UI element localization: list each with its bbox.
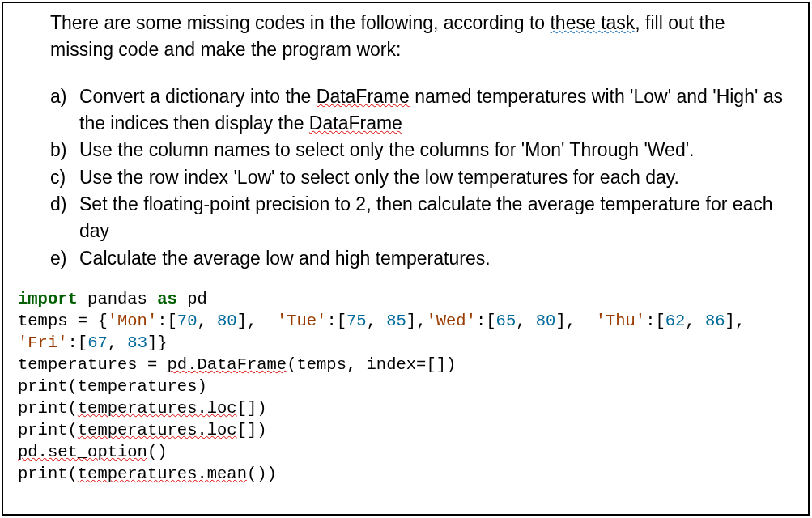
- n85: 85: [386, 312, 406, 330]
- n67: 67: [87, 333, 108, 352]
- code-temps-assign: temps = {: [18, 312, 108, 330]
- task-content-d: Set the floating-point precision to 2, t…: [79, 191, 792, 245]
- c3: ,: [516, 312, 536, 330]
- t2: :[: [326, 312, 346, 330]
- c1: ,: [197, 312, 217, 330]
- task-item-a: a) Convert a dictionary into the DataFra…: [50, 83, 792, 138]
- code-brackets2: []): [237, 421, 267, 439]
- n70: 70: [177, 312, 198, 330]
- n75: 75: [346, 312, 367, 330]
- code-close1: ): [197, 377, 206, 396]
- n80: 80: [217, 312, 237, 330]
- code-open-temps-index: (temps, index=[]): [287, 355, 456, 374]
- cb: ]}: [147, 333, 168, 352]
- n86: 86: [705, 312, 725, 330]
- c2: ,: [367, 312, 387, 330]
- str-mon: 'Mon': [108, 312, 158, 330]
- task-content-b: Use the column names to select only the …: [79, 137, 792, 163]
- str-fri: 'Fri': [18, 333, 68, 352]
- task-content-a: Convert a dictionary into the DataFrame …: [79, 83, 792, 138]
- str-thu: 'Thu': [596, 312, 646, 330]
- code-pandas: pandas: [78, 290, 157, 308]
- task-marker-b: b): [50, 137, 79, 163]
- cc2: ],: [406, 312, 427, 330]
- code-pd: pd: [177, 290, 207, 308]
- sq-temperatures-loc1: temperatures.loc: [78, 399, 237, 418]
- kw-import: import: [18, 290, 78, 308]
- task-a-sq2: DataFrame: [309, 113, 402, 134]
- code-print1: print(: [18, 377, 78, 396]
- code-parens-close: ()): [247, 465, 277, 483]
- task-item-c: c) Use the row index 'Low' to select onl…: [50, 164, 792, 191]
- task-marker-e: e): [50, 245, 79, 272]
- c4: ,: [685, 312, 705, 330]
- code-print2: print(: [18, 399, 78, 418]
- cc3: ],: [555, 312, 585, 330]
- n83: 83: [127, 333, 147, 352]
- task-content-e: Calculate the average low and high tempe…: [79, 245, 792, 272]
- code-print3: print(: [18, 421, 78, 439]
- kw-as: as: [157, 290, 177, 308]
- code-temperatures1: temperatures: [78, 377, 198, 396]
- code-empty-parens: (): [147, 443, 168, 461]
- code-print4: print(: [18, 465, 78, 483]
- task-marker-a: a): [50, 83, 79, 138]
- code-brackets1: []): [237, 399, 267, 418]
- t1: :[: [157, 312, 177, 330]
- task-a-sq1: DataFrame: [317, 86, 410, 107]
- intro-part1: There are some missing codes in the foll…: [50, 12, 550, 33]
- task-item-b: b) Use the column names to select only t…: [50, 137, 792, 163]
- task-content-c: Use the row index 'Low' to select only t…: [79, 164, 792, 191]
- n62: 62: [665, 312, 686, 330]
- task-list: a) Convert a dictionary into the DataFra…: [50, 83, 792, 272]
- t3: :[: [476, 312, 496, 330]
- t5: :[: [68, 333, 88, 352]
- n80b: 80: [536, 312, 556, 330]
- cc4: ],: [725, 312, 755, 330]
- instruction-block: There are some missing codes in the foll…: [15, 10, 797, 272]
- task-a-p1: Convert a dictionary into the: [79, 86, 317, 107]
- document-frame: There are some missing codes in the foll…: [2, 2, 810, 516]
- t4: :[: [645, 312, 665, 330]
- task-item-e: e) Calculate the average low and high te…: [50, 245, 792, 272]
- str-wed: 'Wed': [426, 312, 476, 330]
- sq-temperatures-loc2: temperatures.loc: [78, 421, 237, 439]
- sq-pd-set-option: pd.set_option: [18, 443, 147, 461]
- task-item-d: d) Set the floating-point precision to 2…: [50, 191, 792, 245]
- str-tue: 'Tue': [277, 312, 327, 330]
- cc1: ],: [237, 312, 267, 330]
- intro-squiggle: these task: [550, 12, 635, 33]
- task-marker-c: c): [50, 164, 79, 191]
- task-marker-d: d): [50, 191, 79, 245]
- sq-pd-dataframe: pd.DataFrame: [168, 355, 287, 374]
- code-block: import pandas as pd temps = {'Mon':[70, …: [15, 288, 797, 485]
- code-temperatures-assign: temperatures =: [18, 355, 168, 374]
- n65: 65: [496, 312, 517, 330]
- sq-temperatures-mean: temperatures.mean: [78, 465, 247, 483]
- intro-paragraph: There are some missing codes in the foll…: [50, 10, 792, 64]
- c5: ,: [108, 333, 128, 352]
